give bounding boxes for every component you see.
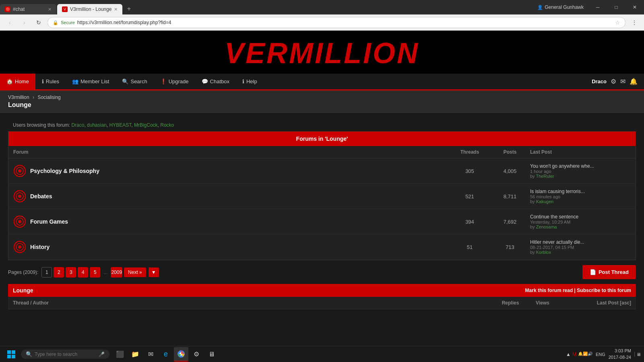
logo-area: VERMILLION <box>0 31 644 74</box>
post-thread-button[interactable]: 📄 Post Thread <box>582 265 636 279</box>
new-tab-button[interactable]: + <box>123 3 134 14</box>
last-post-title-history[interactable]: Hitler never actually die... <box>530 239 631 245</box>
last-post-time-debates: 56 minutes ago <box>530 194 631 199</box>
tab-vermillion[interactable]: V V3rmillion - Lounge ✕ <box>57 4 122 14</box>
page-btn-5[interactable]: 5 <box>90 267 100 278</box>
page-btn-2[interactable]: 2 <box>54 267 64 278</box>
nav-label-search: Search <box>130 78 147 84</box>
nav-item-home[interactable]: 🏠 Home <box>0 74 35 89</box>
refresh-button[interactable]: ↻ <box>33 17 44 28</box>
svg-point-2 <box>18 169 21 173</box>
forum-icon-pp <box>13 165 26 177</box>
last-post-title-pp[interactable]: You won't go anywhere whe... <box>530 163 631 169</box>
last-post-time-pp: 1 hour ago <box>530 169 631 174</box>
forum-posts-pp: 4,005 <box>490 168 530 174</box>
last-post-by-debates: by Kakugen <box>530 199 631 204</box>
last-post-user-games[interactable]: Zenosama <box>536 224 557 229</box>
nav-label-members: Member List <box>80 78 109 84</box>
forum-name-games[interactable]: Forum Games <box>30 218 68 225</box>
last-post-pp: You won't go anywhere whe... 1 hour ago … <box>530 163 631 179</box>
site-logo: VERMILLION <box>0 39 644 68</box>
maximize-button[interactable]: □ <box>607 0 625 14</box>
extensions-icon[interactable]: ⋮ <box>629 17 640 28</box>
col-forum: Forum <box>13 149 450 155</box>
forum-posts-games: 7,692 <box>490 219 530 225</box>
last-post-title-debates[interactable]: Is islam causing terroris... <box>530 189 631 194</box>
page-content: VERMILLION 🏠 Home ℹ Rules 👥 Member List … <box>0 31 644 315</box>
browser-window: 🔴 #chat ✕ V V3rmillion - Lounge ✕ + 👤 Ge… <box>0 0 644 31</box>
post-thread-label: Post Thread <box>599 269 629 275</box>
page-btn-4[interactable]: 4 <box>78 267 88 278</box>
url-bar[interactable]: 🔒 Secure https://v3rmillion.net/forumdis… <box>47 17 625 28</box>
bookmark-icon[interactable]: ☆ <box>615 19 620 26</box>
table-columns: Forum Threads Posts Last Post <box>8 146 636 158</box>
main-content: Users browsing this forum: Draco, duhasi… <box>0 113 644 315</box>
tab-close-vermillion[interactable]: ✕ <box>114 7 118 12</box>
last-post-title-games[interactable]: Continue the sentence <box>530 214 631 220</box>
messages-icon[interactable]: ✉ <box>620 78 625 85</box>
forum-name-history[interactable]: History <box>30 244 50 250</box>
last-post-user-history[interactable]: Korblox <box>536 250 551 255</box>
user-online-mrbigcock[interactable]: MrBigCock <box>134 122 158 128</box>
minimize-button[interactable]: ─ <box>588 0 607 14</box>
last-post-history: Hitler never actually die... 08-21-2017,… <box>530 239 631 255</box>
breadcrumb-home[interactable]: V3rmillion <box>8 95 29 100</box>
page-btn-last[interactable]: 2009 <box>111 267 122 278</box>
nav-item-chatbox[interactable]: 💬 Chatbox <box>195 74 236 89</box>
forum-name-cell-games: Forum Games <box>13 215 450 228</box>
nav-label-help: Help <box>246 78 257 84</box>
forum-threads-history: 51 <box>450 244 490 250</box>
thread-col-views: Views <box>526 300 559 306</box>
pagination-left: Pages (2009): 1 2 3 4 5 ... 2009 Next » … <box>8 267 159 278</box>
upgrade-icon: ❗ <box>160 78 167 84</box>
post-thread-icon: 📄 <box>590 269 596 275</box>
close-button[interactable]: ✕ <box>625 0 644 14</box>
nav-item-members[interactable]: 👥 Member List <box>66 74 116 89</box>
nav-item-help[interactable]: ℹ Help <box>236 74 264 89</box>
tab-bar: 🔴 #chat ✕ V V3rmillion - Lounge ✕ + 👤 Ge… <box>0 0 644 14</box>
breadcrumb: V3rmillion › Socialising <box>8 95 636 100</box>
thread-col-replies: Replies <box>494 300 526 306</box>
back-button[interactable]: ‹ <box>4 17 15 28</box>
last-post-user-debates[interactable]: Kakugen <box>536 199 553 204</box>
url-text: https://v3rmillion.net/forumdisplay.php?… <box>77 20 171 25</box>
nav-item-upgrade[interactable]: ❗ Upgrade <box>154 74 195 89</box>
pagination-dropdown-button[interactable]: ▼ <box>149 267 159 277</box>
forward-button[interactable]: › <box>19 17 30 28</box>
breadcrumb-socialising[interactable]: Socialising <box>37 95 60 100</box>
nav-item-rules[interactable]: ℹ Rules <box>35 74 66 89</box>
forum-name-pp[interactable]: Psychology & Philosophy <box>30 168 99 174</box>
nav-label-upgrade: Upgrade <box>169 78 189 84</box>
mark-read-link[interactable]: Mark this forum read <box>525 288 573 293</box>
subscribe-link[interactable]: Subscribe to this forum <box>577 288 631 293</box>
rules-icon: ℹ <box>42 78 44 84</box>
forum-table: Forums in 'Lounge' Forum Threads Posts L… <box>8 131 636 260</box>
last-post-by-pp: by TheRuler <box>530 174 631 179</box>
nav-item-search[interactable]: 🔍 Search <box>116 74 153 89</box>
forum-name-debates[interactable]: Debates <box>30 193 52 200</box>
last-post-user-pp[interactable]: TheRuler <box>536 174 554 179</box>
chatbox-icon: 💬 <box>202 78 208 84</box>
address-bar: ‹ › ↻ 🔒 Secure https://v3rmillion.net/fo… <box>0 14 644 31</box>
user-online-draco[interactable]: Draco <box>71 122 84 128</box>
next-page-button[interactable]: Next » <box>124 267 146 277</box>
forum-icon-debates <box>13 190 26 203</box>
search-icon: 🔍 <box>122 78 128 84</box>
window-username: General Gunhawk <box>545 4 584 10</box>
forum-threads-pp: 305 <box>450 168 490 174</box>
user-online-rocko[interactable]: Rocko <box>160 122 174 128</box>
page-btn-3[interactable]: 3 <box>66 267 76 278</box>
tab-favicon-vermillion: V <box>62 6 68 12</box>
tab-chat[interactable]: 🔴 #chat ✕ <box>0 4 56 14</box>
page-btn-1: 1 <box>41 267 52 278</box>
tab-close-chat[interactable]: ✕ <box>48 7 52 12</box>
users-browsing: Users browsing this forum: Draco, duhasi… <box>8 119 636 131</box>
user-online-hybeast[interactable]: HYBEAST <box>109 122 132 128</box>
user-online-duhasian[interactable]: duhasian <box>87 122 107 128</box>
forum-name-cell-history: History <box>13 241 450 253</box>
last-post-by-history: by Korblox <box>530 250 631 255</box>
last-post-by-games: by Zenosama <box>530 224 631 229</box>
settings-icon[interactable]: ⚙ <box>611 78 616 85</box>
forum-row-games: Forum Games 394 7,692 Continue the sente… <box>8 209 636 234</box>
notifications-icon[interactable]: 🔔 <box>630 78 638 85</box>
